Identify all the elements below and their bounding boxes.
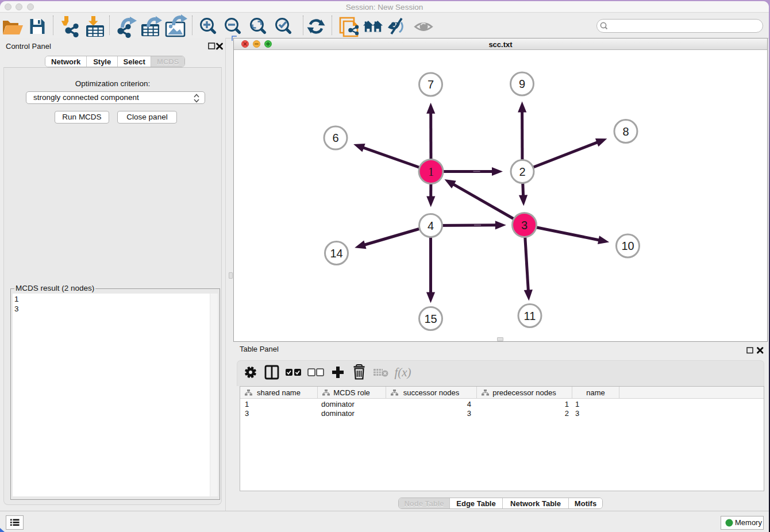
svg-text:3: 3: [521, 219, 528, 232]
svg-text:15: 15: [424, 313, 437, 325]
svg-text:f(x): f(x): [394, 365, 411, 379]
svg-text:10: 10: [621, 240, 634, 252]
svg-text:6: 6: [332, 132, 338, 144]
svg-text:9: 9: [519, 78, 525, 90]
svg-text:8: 8: [622, 125, 629, 138]
svg-text:4: 4: [428, 219, 434, 232]
svg-text:11: 11: [524, 310, 536, 322]
svg-text:7: 7: [428, 78, 434, 91]
svg-text:1: 1: [428, 165, 434, 178]
svg-text:14: 14: [330, 247, 342, 260]
svg-text:2: 2: [519, 165, 525, 178]
